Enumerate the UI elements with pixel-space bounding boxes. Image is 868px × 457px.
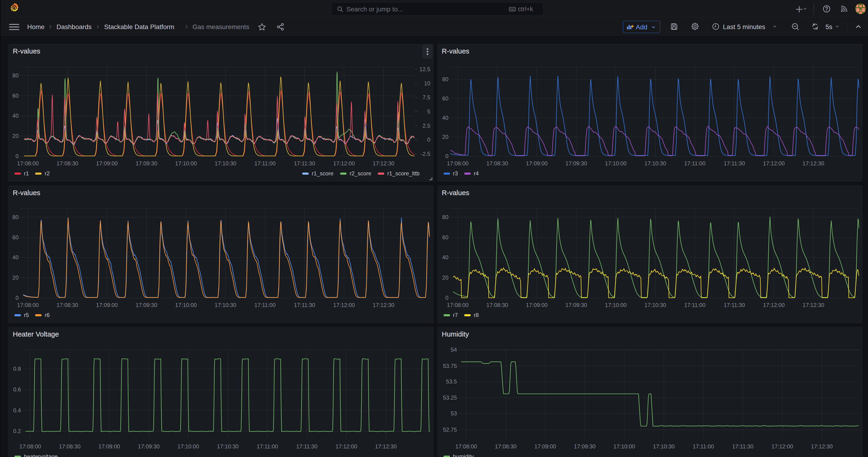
svg-text:60: 60 [442,95,448,102]
svg-text:17:08:00: 17:08:00 [17,302,39,308]
svg-text:17:11:00: 17:11:00 [254,302,276,308]
svg-text:0.4: 0.4 [13,407,21,413]
svg-text:20: 20 [442,134,448,140]
svg-text:17:08:00: 17:08:00 [447,160,468,166]
svg-text:80: 80 [442,76,448,82]
svg-text:0.2: 0.2 [13,428,21,434]
svg-text:17:10:30: 17:10:30 [653,443,674,450]
svg-text:5: 5 [427,109,430,115]
svg-text:17:10:30: 17:10:30 [217,443,239,450]
svg-text:17:12:30: 17:12:30 [373,160,394,166]
svg-text:0: 0 [16,295,19,301]
svg-text:52.75: 52.75 [443,426,457,433]
svg-text:20: 20 [12,133,19,139]
svg-text:17:08:30: 17:08:30 [495,443,516,450]
svg-text:10: 10 [424,80,430,87]
svg-text:53.25: 53.25 [443,394,457,400]
svg-text:12.5: 12.5 [420,66,430,72]
svg-text:17:11:30: 17:11:30 [294,160,315,166]
svg-text:17:09:30: 17:09:30 [135,302,157,308]
svg-text:17:08:30: 17:08:30 [57,160,78,166]
svg-text:60: 60 [442,234,448,241]
svg-text:17:12:30: 17:12:30 [373,302,394,308]
svg-text:2.5: 2.5 [423,123,430,129]
svg-text:17:08:00: 17:08:00 [455,443,477,450]
svg-text:20: 20 [12,274,19,281]
svg-text:17:10:00: 17:10:00 [175,302,197,308]
svg-text:17:09:30: 17:09:30 [565,160,587,166]
svg-text:17:10:00: 17:10:00 [605,302,626,308]
svg-text:17:11:00: 17:11:00 [684,160,706,166]
svg-text:17:12:00: 17:12:00 [763,302,784,308]
svg-text:17:08:00: 17:08:00 [447,302,468,308]
svg-text:17:10:00: 17:10:00 [177,443,199,450]
svg-text:0: 0 [427,136,430,143]
svg-text:17:09:00: 17:09:00 [98,443,120,450]
svg-text:17:09:00: 17:09:00 [526,160,548,166]
svg-text:80: 80 [12,214,19,220]
svg-text:17:11:00: 17:11:00 [257,443,278,450]
svg-text:0.8: 0.8 [13,365,21,372]
svg-text:17:09:00: 17:09:00 [96,302,118,308]
svg-text:80: 80 [442,214,448,220]
svg-text:17:12:30: 17:12:30 [802,160,824,166]
svg-text:17:12:00: 17:12:00 [771,443,793,450]
svg-text:0: 0 [445,295,448,301]
svg-text:17:08:00: 17:08:00 [17,160,39,166]
svg-text:17:11:00: 17:11:00 [692,443,714,450]
svg-text:17:12:00: 17:12:00 [763,160,784,166]
svg-text:17:08:30: 17:08:30 [57,302,78,308]
svg-text:40: 40 [12,254,19,261]
svg-text:17:10:00: 17:10:00 [175,160,197,166]
svg-text:17:10:30: 17:10:30 [644,302,666,308]
svg-text:17:11:30: 17:11:30 [294,302,315,308]
svg-text:17:12:30: 17:12:30 [375,443,397,450]
svg-text:17:09:30: 17:09:30 [138,443,159,450]
svg-text:17:10:30: 17:10:30 [644,160,666,166]
svg-text:17:09:00: 17:09:00 [526,302,548,308]
svg-text:17:11:30: 17:11:30 [724,160,745,166]
svg-text:17:11:00: 17:11:00 [684,302,706,308]
svg-text:17:11:00: 17:11:00 [254,160,276,166]
svg-text:53: 53 [451,410,457,417]
svg-text:40: 40 [442,115,448,121]
svg-text:17:09:30: 17:09:30 [565,302,587,308]
svg-text:17:12:00: 17:12:00 [335,443,357,450]
svg-text:17:10:30: 17:10:30 [215,302,236,308]
svg-text:17:09:30: 17:09:30 [135,160,157,166]
svg-text:80: 80 [12,72,19,79]
svg-text:40: 40 [12,113,19,119]
svg-text:17:08:30: 17:08:30 [486,302,508,308]
svg-text:17:09:30: 17:09:30 [574,443,595,450]
svg-text:17:10:00: 17:10:00 [605,160,626,166]
svg-text:60: 60 [12,234,19,241]
svg-text:17:09:00: 17:09:00 [534,443,556,450]
svg-text:17:11:30: 17:11:30 [732,443,753,450]
svg-text:0: 0 [445,153,448,159]
svg-text:17:08:30: 17:08:30 [486,160,508,166]
svg-text:20: 20 [442,274,448,281]
svg-text:17:12:30: 17:12:30 [802,302,824,308]
svg-text:17:12:00: 17:12:00 [333,302,355,308]
svg-text:17:09:00: 17:09:00 [96,160,118,166]
svg-text:53.75: 53.75 [443,363,457,369]
svg-text:17:08:00: 17:08:00 [19,443,41,450]
svg-text:0: 0 [16,153,19,159]
svg-text:17:12:30: 17:12:30 [811,443,832,450]
svg-text:-2.5: -2.5 [421,151,430,157]
svg-text:0.6: 0.6 [13,386,21,393]
svg-text:7.5: 7.5 [423,94,430,100]
svg-text:54: 54 [451,346,457,353]
svg-text:17:10:30: 17:10:30 [215,160,236,166]
svg-text:17:08:30: 17:08:30 [59,443,81,450]
svg-text:60: 60 [12,93,19,99]
svg-text:17:10:00: 17:10:00 [613,443,635,450]
svg-text:53.5: 53.5 [446,378,457,385]
svg-text:17:11:30: 17:11:30 [724,302,745,308]
svg-text:40: 40 [442,254,448,261]
svg-text:17:11:30: 17:11:30 [296,443,317,450]
svg-text:17:12:00: 17:12:00 [333,160,355,166]
